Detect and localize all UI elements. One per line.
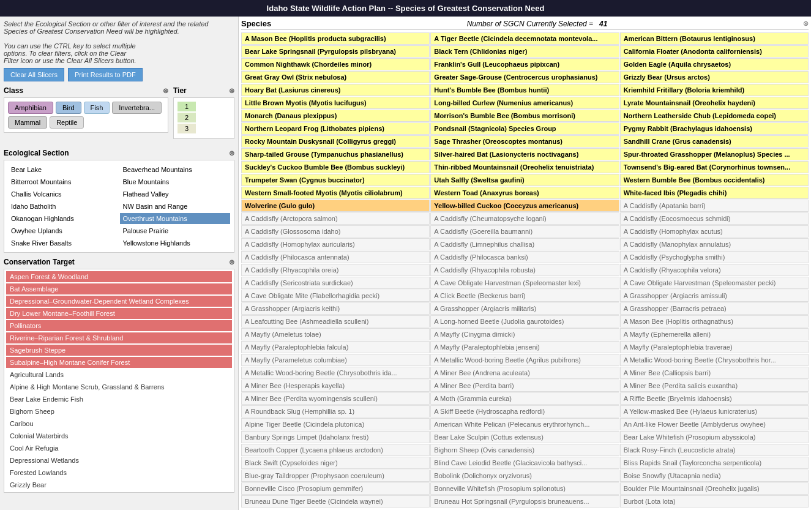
species-cell[interactable]: Little Brown Myotis (Myotis lucifugus) xyxy=(241,97,430,109)
species-cell[interactable]: Lyrate Mountainsnail (Oreohelix haydeni) xyxy=(620,97,809,109)
species-cell[interactable]: A Caddisfly (Homophylax auricularis) xyxy=(241,238,430,250)
eco-snake-river[interactable]: Snake River Basalts xyxy=(8,238,119,249)
species-cell[interactable]: A Caddisfly (Sericostriata surdickae) xyxy=(241,277,430,289)
species-cell[interactable]: A Yellow-masked Bee (Hylaeus lunicrateri… xyxy=(620,405,809,418)
print-button[interactable]: Print Results to PDF xyxy=(68,68,143,81)
species-cell[interactable]: A Caddisfly (Apatania barri) xyxy=(620,200,809,212)
species-cell[interactable]: Greater Sage-Grouse (Centrocercus uropha… xyxy=(430,71,619,83)
clear-all-button[interactable]: Clear All Slicers xyxy=(4,68,64,81)
species-cell[interactable]: Western Small-footed Myotis (Myotis cili… xyxy=(241,187,430,199)
species-cell[interactable]: American Bittern (Botaurus lentiginosus) xyxy=(620,32,809,45)
eco-bitterroot[interactable]: Bitterroot Mountains xyxy=(8,176,119,187)
tier-item-1[interactable]: 1 xyxy=(178,102,196,111)
target-alpine[interactable]: Alpine & High Montane Scrub, Grassland &… xyxy=(6,381,232,392)
species-cell[interactable]: A Miner Bee (Calliopsis barri) xyxy=(620,367,809,379)
species-cell[interactable]: Blind Cave Leiodid Beetle (Glacicavicola… xyxy=(430,457,619,469)
target-bear-lake-fish[interactable]: Bear Lake Endemic Fish xyxy=(6,394,232,405)
species-cell[interactable]: Bonneville Cisco (Prosopium gemmifer) xyxy=(241,482,430,495)
pill-invertebrate[interactable]: Invertebra... xyxy=(112,102,162,114)
target-dry-lower[interactable]: Dry Lower Montane–Foothill Forest xyxy=(6,308,232,319)
target-agricultural[interactable]: Agricultural Lands xyxy=(6,369,232,380)
species-cell[interactable]: A Grasshopper (Barracris petraea) xyxy=(620,302,809,315)
species-cell[interactable]: A Mayfly (Cinygma dimicki) xyxy=(430,328,619,340)
species-cell[interactable]: A Caddisfly (Homophylax acutus) xyxy=(620,225,809,238)
species-cell[interactable]: Alpine Tiger Beetle (Cicindela plutonica… xyxy=(241,418,430,430)
species-cell[interactable]: Franklin's Gull (Leucophaeus pipixcan) xyxy=(430,58,619,70)
species-cell[interactable]: Bear Lake Sculpin (Cottus extensus) xyxy=(430,431,619,443)
species-cell[interactable]: Rocky Mountain Duskysnail (Colligyrus gr… xyxy=(241,135,430,148)
target-cool-air[interactable]: Cool Air Refugia xyxy=(6,443,232,454)
species-cell[interactable]: A Caddisfly (Glossosoma idaho) xyxy=(241,225,430,238)
species-cell[interactable]: Bighorn Sheep (Ovis canadensis) xyxy=(430,444,619,456)
species-cell[interactable]: A Skiff Beetle (Hydroscapha redfordi) xyxy=(430,405,619,418)
species-cell[interactable]: California Floater (Anodonta californien… xyxy=(620,45,809,58)
species-cell[interactable]: Hoary Bat (Lasiurus cinereus) xyxy=(241,84,430,96)
eco-idaho-batholith[interactable]: Idaho Batholith xyxy=(8,201,119,212)
eco-challis[interactable]: Challis Volcanics xyxy=(8,189,119,200)
species-cell[interactable]: A Miner Bee (Perdita salicis euxantha) xyxy=(620,380,809,392)
species-cell[interactable]: Trumpeter Swan (Cygnus buccinator) xyxy=(241,174,430,186)
species-cell[interactable]: A Caddisfly (Rhyacophila robusta) xyxy=(430,264,619,276)
species-cell[interactable]: Grizzly Bear (Ursus arctos) xyxy=(620,71,809,83)
species-cell[interactable]: Golden Eagle (Aquila chrysaetos) xyxy=(620,58,809,70)
species-cell[interactable]: Yellow-billed Cuckoo (Coccyzus americanu… xyxy=(430,200,619,212)
species-cell[interactable]: Banbury Springs Limpet (Idaholanx fresti… xyxy=(241,431,430,443)
species-cell[interactable]: Northern Leopard Frog (Lithobates pipien… xyxy=(241,122,430,135)
species-cell[interactable]: Sandhill Crane (Grus canadensis) xyxy=(620,135,809,148)
species-cell[interactable]: Morrison's Bumble Bee (Bombus morrisoni) xyxy=(430,110,619,122)
species-cell[interactable]: A Tiger Beetle (Cicindela decemnotata mo… xyxy=(430,32,619,45)
species-cell[interactable]: Common Nighthawk (Chordeiles minor) xyxy=(241,58,430,70)
species-cell[interactable]: Townsend's Big-eared Bat (Corynorhinus t… xyxy=(620,161,809,173)
species-cell[interactable]: A Metallic Wood-boring Beetle (Chrysobot… xyxy=(620,354,809,366)
species-cell[interactable]: A Mayfly (Paraleptophlebia traverae) xyxy=(620,341,809,353)
tier-filter-icon[interactable]: ⊗ xyxy=(229,87,234,95)
species-cell[interactable]: Black Rosy-Finch (Leucosticte atrata) xyxy=(620,444,809,456)
species-cell[interactable]: Burbot (Lota lota) xyxy=(620,495,809,508)
species-cell[interactable]: Spur-throated Grasshopper (Melanoplus) S… xyxy=(620,148,809,160)
target-sagebrush[interactable]: Sagebrush Steppe xyxy=(6,345,232,356)
species-cell[interactable]: A Grasshopper (Argiacris militaris) xyxy=(430,302,619,315)
pill-mammal[interactable]: Mammal xyxy=(8,116,47,129)
species-cell[interactable]: Bear Lake Springsnail (Pyrgulopsis pilsb… xyxy=(241,45,430,58)
species-cell[interactable]: Bear Lake Whitefish (Prosopium abyssicol… xyxy=(620,431,809,443)
tier-item-3[interactable]: 3 xyxy=(178,124,196,133)
target-bat[interactable]: Bat Assemblage xyxy=(6,283,232,294)
species-cell[interactable]: Suckley's Cuckoo Bumble Bee (Bombus suck… xyxy=(241,161,430,173)
eco-flathead[interactable]: Flathead Valley xyxy=(120,189,231,200)
pill-reptile[interactable]: Reptile xyxy=(50,116,84,129)
species-cell[interactable]: A Caddisfly (Cheumatopsyche logani) xyxy=(430,212,619,225)
species-clear-icon[interactable]: ⊗ xyxy=(803,20,809,28)
eco-yellowstone[interactable]: Yellowstone Highlands xyxy=(120,238,231,249)
species-cell[interactable]: A Caddisfly (Philocasca banksi) xyxy=(430,251,619,263)
conservation-filter-icon[interactable]: ⊗ xyxy=(229,258,234,266)
species-cell[interactable]: Thin-ribbed Mountainsnail (Oreohelix ten… xyxy=(430,161,619,173)
species-cell[interactable]: Western Toad (Anaxyrus boreas) xyxy=(430,187,619,199)
species-cell[interactable]: Bruneau Hot Springsnail (Pyrgulopsis bru… xyxy=(430,495,619,508)
species-cell[interactable]: Sage Thrasher (Oreoscoptes montanus) xyxy=(430,135,619,148)
species-cell[interactable]: A Miner Bee (Hesperapis kayella) xyxy=(241,380,430,392)
species-cell[interactable]: Wolverine (Gulo gulo) xyxy=(241,200,430,212)
species-cell[interactable]: A Leafcutting Bee (Ashmeadiella sculleni… xyxy=(241,315,430,328)
eco-beaverhead[interactable]: Beaverhead Mountains xyxy=(120,164,231,175)
tier-item-2[interactable]: 2 xyxy=(178,113,196,122)
species-cell[interactable]: A Click Beetle (Beckerus barri) xyxy=(430,290,619,302)
species-cell[interactable]: Bruneau Dune Tiger Beetle (Cicindela way… xyxy=(241,495,430,508)
species-cell[interactable]: A Miner Bee (Perdita wyomingensis sculle… xyxy=(241,392,430,405)
species-cell[interactable]: A Mayfly (Paraleptophlebia falcula) xyxy=(241,341,430,353)
species-cell[interactable]: A Caddisfly (Rhyacophila velora) xyxy=(620,264,809,276)
species-cell[interactable]: A Cave Obligate Harvestman (Speleomaster… xyxy=(620,277,809,289)
species-cell[interactable]: A Caddisfly (Arctopora salmon) xyxy=(241,212,430,225)
target-caribou[interactable]: Caribou xyxy=(6,418,232,429)
species-cell[interactable]: Bobolink (Dolichonyx oryzivorus) xyxy=(430,470,619,482)
species-cell[interactable]: American White Pelican (Pelecanus erythr… xyxy=(430,418,619,430)
species-cell[interactable]: A Grasshopper (Argiacris amissuli) xyxy=(620,290,809,302)
species-cell[interactable]: Beartooth Copper (Lycaena phlaeus arctod… xyxy=(241,444,430,456)
target-depressional-gw[interactable]: Depressional–Groundwater-Dependent Wetla… xyxy=(6,296,232,307)
species-cell[interactable]: A Roundback Slug (Hemphillia sp. 1) xyxy=(241,405,430,418)
species-cell[interactable]: A Miner Bee (Perdita barri) xyxy=(430,380,619,392)
species-cell[interactable]: Bonneville Whitefish (Prosopium spilonot… xyxy=(430,482,619,495)
target-grizzly[interactable]: Grizzly Bear xyxy=(6,479,232,490)
target-colonial[interactable]: Colonial Waterbirds xyxy=(6,430,232,441)
species-cell[interactable]: A Caddisfly (Philocasca antennata) xyxy=(241,251,430,263)
species-cell[interactable]: A Cave Obligate Harvestman (Speleomaster… xyxy=(430,277,619,289)
